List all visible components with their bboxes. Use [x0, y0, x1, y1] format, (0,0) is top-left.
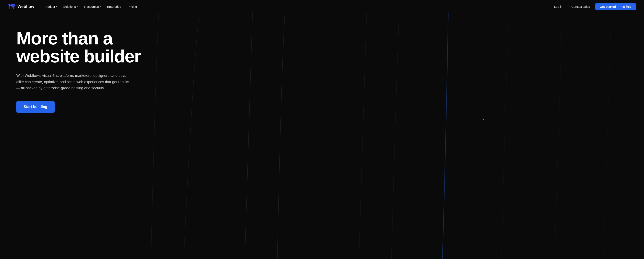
hero-content: More than a website builder With Webflow…: [16, 29, 141, 113]
hero-title: More than a website builder: [16, 29, 141, 65]
chevron-down-icon: ▾: [56, 6, 57, 8]
decorative-dot-2: [534, 119, 536, 120]
start-building-button[interactable]: Start building: [16, 101, 54, 113]
chevron-down-icon: ▾: [77, 6, 78, 8]
hero-section: More than a website builder With Webflow…: [0, 13, 644, 259]
nav-links: Product ▾ Solutions ▾ Resources ▾ Enterp…: [42, 3, 140, 10]
get-started-button[interactable]: Get started — it's free: [595, 3, 636, 10]
webflow-logo-icon: [8, 4, 16, 9]
nav-item-product[interactable]: Product ▾: [42, 3, 60, 10]
nav-left: Webflow Product ▾ Solutions ▾ Resources …: [8, 3, 140, 10]
nav-item-resources[interactable]: Resources ▾: [81, 3, 104, 10]
chevron-down-icon: ▾: [100, 6, 101, 8]
nav-item-enterprise[interactable]: Enterprise: [104, 3, 124, 10]
nav-item-pricing[interactable]: Pricing: [125, 3, 140, 10]
login-button[interactable]: Log in: [550, 3, 566, 10]
logo-text: Webflow: [18, 4, 34, 9]
logo[interactable]: Webflow: [8, 4, 34, 9]
decorative-dot-1: [483, 119, 484, 120]
nav-right: Log in Contact sales Get started — it's …: [550, 3, 636, 10]
nav-item-solutions[interactable]: Solutions ▾: [60, 3, 81, 10]
navbar: Webflow Product ▾ Solutions ▾ Resources …: [0, 0, 644, 13]
hero-subtitle: With Webflow's visual-first platform, ma…: [16, 72, 130, 91]
contact-sales-button[interactable]: Contact sales: [568, 3, 594, 10]
